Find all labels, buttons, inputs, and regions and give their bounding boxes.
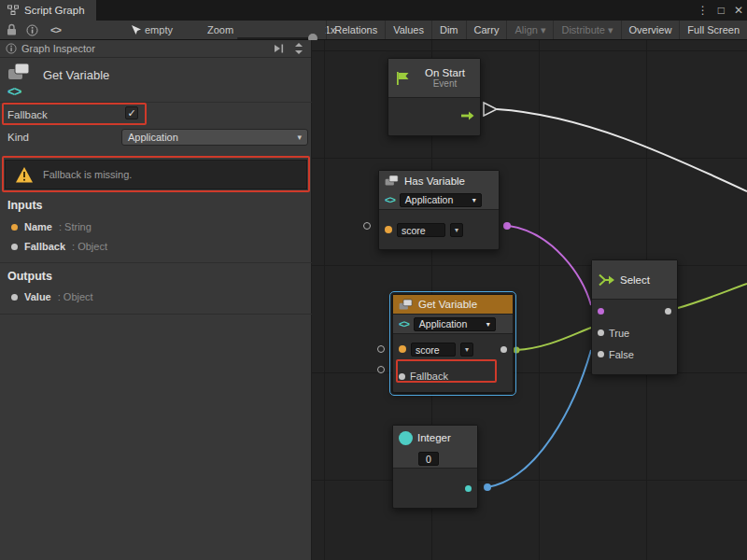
window-maximize-icon[interactable]: □	[718, 4, 725, 17]
kind-dropdown[interactable]: Application ▾	[121, 129, 308, 146]
node-on-start[interactable]: On Start Event	[388, 58, 481, 136]
graph-canvas[interactable]: On Start Event Has Variable <>	[312, 40, 747, 560]
code-view-button[interactable]: <>	[50, 21, 61, 39]
port-has-variable-output[interactable]	[503, 222, 511, 230]
port-dot-object	[11, 294, 18, 301]
output-name: Value	[24, 291, 51, 302]
false-port-label: False	[609, 349, 634, 360]
graph-toolbar: <> empty Zoom 1x Relations Values Dim Ca…	[0, 21, 747, 40]
port-get-variable-name-outer[interactable]	[377, 345, 385, 353]
flag-icon	[394, 70, 411, 87]
info-icon	[6, 43, 17, 54]
port-get-variable-fallback-outer[interactable]	[377, 366, 385, 373]
warning-box: Fallback is missing.	[5, 160, 307, 189]
input-type: : String	[59, 221, 92, 232]
kind-field-label: Kind	[7, 132, 29, 143]
dock-right-icon[interactable]	[273, 43, 285, 56]
chevron-down-icon: ▾	[472, 196, 476, 204]
inspector-title: Graph Inspector	[21, 43, 95, 54]
input-type: : Object	[72, 241, 107, 252]
input-name: Fallback	[24, 241, 65, 252]
wire-on-start-flow[interactable]	[497, 109, 747, 191]
code-icon: <>	[7, 84, 21, 99]
variables-icon	[385, 175, 400, 187]
port-condition-input[interactable]	[598, 308, 604, 315]
code-icon: <>	[50, 24, 61, 35]
variable-kind-dropdown[interactable]: Application ▾	[414, 317, 496, 331]
port-name-input[interactable]	[385, 226, 392, 233]
integer-type-icon	[399, 431, 413, 445]
values-button[interactable]: Values	[385, 21, 431, 39]
input-row-fallback: Fallback : Object	[11, 241, 107, 252]
select-icon	[598, 272, 615, 288]
wire-select-output[interactable]	[678, 284, 747, 308]
variable-name-dropdown-button[interactable]: ▾	[460, 343, 473, 357]
chevron-down-icon: ▾	[455, 226, 458, 234]
tab-script-graph[interactable]: Script Graph	[0, 0, 96, 21]
info-icon	[26, 24, 38, 36]
variable-kind-value: Application	[405, 194, 453, 205]
fallback-field-label: Fallback	[7, 109, 48, 120]
port-name-input[interactable]	[399, 345, 406, 353]
inspected-node-title: Get Variable	[43, 68, 109, 82]
wire-has-variable-to-select-condition[interactable]	[509, 226, 591, 305]
selection-indicator: empty	[131, 21, 173, 39]
node-integer[interactable]: Integer 0	[392, 425, 478, 509]
node-title: Has Variable	[404, 175, 465, 187]
outputs-header: Outputs	[7, 270, 52, 283]
info-button[interactable]	[26, 21, 38, 39]
input-name: Name	[24, 221, 52, 232]
variable-name-field[interactable]: score	[411, 343, 456, 357]
relations-button[interactable]: Relations	[326, 21, 385, 39]
port-fallback-input[interactable]	[399, 373, 405, 380]
port-integer-output[interactable]	[484, 483, 491, 491]
node-select[interactable]: Select True False	[591, 259, 678, 375]
zoom-slider[interactable]	[237, 37, 316, 39]
flow-arrow-icon[interactable]	[461, 110, 474, 121]
port-selection-output[interactable]	[665, 308, 671, 315]
variable-name-field[interactable]: score	[397, 223, 445, 237]
port-dot-object	[11, 244, 18, 250]
tab-title: Script Graph	[24, 5, 85, 16]
port-on-start-flow-triangle[interactable]	[484, 103, 497, 116]
scroll-arrows-icon[interactable]	[294, 42, 303, 57]
inspector-header: Graph Inspector	[0, 40, 311, 58]
variable-kind-dropdown[interactable]: Application ▾	[400, 193, 482, 207]
chevron-down-icon: ▾	[297, 133, 302, 142]
port-integer-value-output[interactable]	[465, 485, 472, 492]
port-true-input[interactable]	[598, 329, 604, 336]
integer-value-field[interactable]: 0	[418, 452, 439, 466]
port-value-output[interactable]	[500, 346, 507, 353]
distribute-button[interactable]: Distribute ▾	[553, 21, 620, 39]
input-row-name: Name : String	[11, 221, 92, 232]
node-has-variable[interactable]: Has Variable <> Application ▾ score ▾	[378, 170, 500, 250]
variable-kind-value: Application	[419, 318, 467, 329]
port-dot-string	[11, 224, 18, 231]
cursor-icon	[131, 24, 141, 35]
true-port-label: True	[609, 328, 629, 339]
port-get-variable-output[interactable]	[514, 347, 520, 354]
variables-icon	[399, 299, 414, 311]
port-false-input[interactable]	[598, 351, 604, 357]
fallback-checkbox[interactable]: ✓	[125, 106, 138, 119]
overview-button[interactable]: Overview	[621, 21, 680, 39]
dim-button[interactable]: Dim	[431, 21, 466, 39]
window-menu-icon[interactable]: ⋮	[698, 4, 709, 17]
variable-name-dropdown-button[interactable]: ▾	[450, 223, 463, 237]
window-tab-bar: Script Graph ⋮ □ ✕	[0, 0, 747, 21]
window-close-icon[interactable]: ✕	[734, 4, 743, 17]
wire-get-variable-to-select-true[interactable]	[516, 328, 591, 350]
code-icon: <>	[399, 318, 409, 329]
align-button[interactable]: Align ▾	[506, 21, 553, 39]
variables-icon	[7, 63, 32, 81]
node-title: On Start	[416, 67, 474, 78]
lock-button[interactable]	[6, 21, 18, 39]
zoom-label: Zoom	[207, 21, 233, 39]
port-has-variable-name-outer[interactable]	[363, 222, 371, 230]
fullscreen-button[interactable]: Full Screen	[679, 21, 747, 39]
node-get-variable[interactable]: Get Variable <> Application ▾ score ▾ Fa…	[392, 294, 514, 393]
carry-button[interactable]: Carry	[466, 21, 507, 39]
chevron-down-icon: ▾	[486, 320, 490, 329]
warning-text: Fallback is missing.	[43, 169, 132, 180]
fallback-port-label: Fallback	[410, 371, 448, 382]
